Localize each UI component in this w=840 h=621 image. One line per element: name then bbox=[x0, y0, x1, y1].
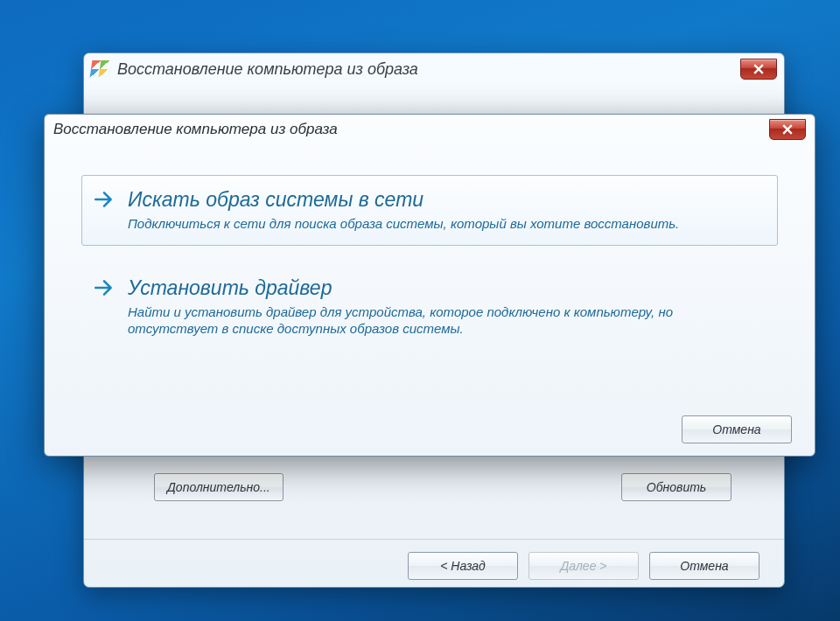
separator bbox=[84, 539, 784, 540]
arrow-right-icon bbox=[93, 276, 116, 303]
dialog-footer: Отмена bbox=[45, 415, 815, 443]
cmd-heading: Искать образ системы в сети bbox=[128, 188, 761, 212]
back-window-titlebar: Восстановление компьютера из образа bbox=[84, 53, 784, 85]
next-button: Далее > bbox=[528, 552, 639, 580]
dialog-close-button[interactable] bbox=[769, 119, 806, 140]
cancel-button[interactable]: Отмена bbox=[649, 552, 760, 580]
cmd-heading: Установить драйвер bbox=[128, 276, 761, 300]
cmd-description: Подключиться к сети для поиска образа си… bbox=[128, 215, 761, 233]
back-window-title: Восстановление компьютера из образа bbox=[117, 60, 418, 79]
cmd-search-network-image[interactable]: Искать образ системы в сети Подключиться… bbox=[81, 175, 778, 246]
arrow-right-icon bbox=[93, 188, 116, 214]
refresh-button[interactable]: Обновить bbox=[621, 473, 732, 501]
windows-logo-icon bbox=[90, 60, 110, 78]
advanced-button[interactable]: Дополнительно... bbox=[154, 473, 284, 501]
close-icon bbox=[753, 64, 764, 74]
dialog-titlebar: Восстановление компьютера из образа bbox=[45, 115, 815, 145]
cmd-description: Найти и установить драйвер для устройств… bbox=[128, 304, 761, 338]
close-icon bbox=[782, 124, 793, 135]
back-button[interactable]: < Назад bbox=[408, 552, 518, 580]
dialog-content: Искать образ системы в сети Подключиться… bbox=[45, 145, 815, 377]
advanced-options-dialog: Восстановление компьютера из образа Иска… bbox=[44, 114, 816, 457]
dialog-title: Восстановление компьютера из образа bbox=[53, 121, 338, 138]
cmd-install-driver[interactable]: Установить драйвер Найти и установить др… bbox=[81, 263, 778, 351]
back-window-close-button[interactable] bbox=[740, 59, 777, 80]
wizard-nav-buttons: < Назад Далее > Отмена bbox=[84, 548, 784, 583]
back-window-mid-buttons: Дополнительно... Обновить bbox=[84, 473, 784, 508]
dialog-cancel-button[interactable]: Отмена bbox=[682, 415, 792, 443]
